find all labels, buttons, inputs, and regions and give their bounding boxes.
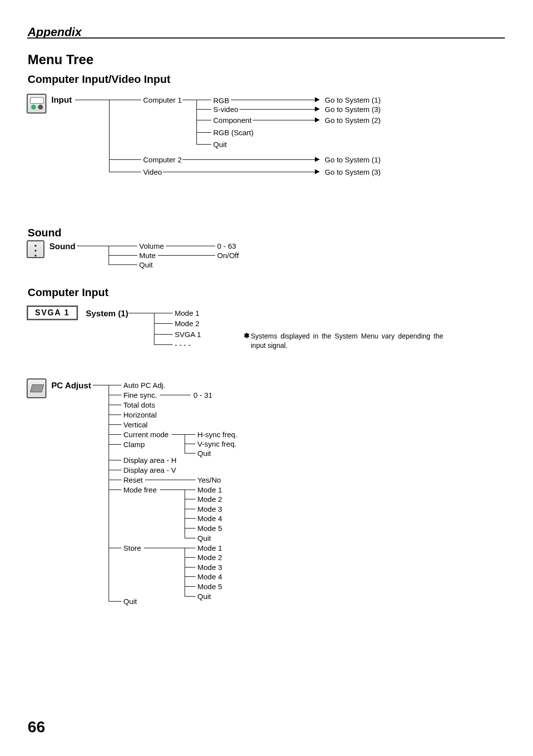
st-m3: Mode 3 bbox=[197, 563, 222, 571]
pca-clamp: Clamp bbox=[123, 440, 145, 449]
mf-m3: Mode 3 bbox=[197, 505, 222, 513]
conn bbox=[109, 385, 121, 385]
pca-reset: Reset bbox=[123, 476, 143, 484]
section-sound: Sound bbox=[28, 227, 61, 239]
conn bbox=[253, 120, 315, 120]
conn bbox=[185, 509, 195, 509]
conn bbox=[172, 434, 185, 435]
pca-quit: Quit bbox=[123, 597, 137, 605]
conn bbox=[185, 434, 195, 435]
arrow-icon bbox=[315, 157, 320, 162]
sys-mode2: Mode 2 bbox=[175, 319, 199, 328]
pca-yesno: Yes/No bbox=[197, 476, 221, 484]
sys-dashes: - - - - bbox=[175, 340, 190, 349]
conn bbox=[109, 460, 121, 460]
conn bbox=[196, 120, 211, 120]
conn bbox=[75, 100, 141, 100]
conn bbox=[109, 470, 121, 470]
conn bbox=[185, 528, 195, 529]
conn bbox=[109, 444, 121, 445]
svideo-label: S-video bbox=[213, 105, 238, 113]
conn bbox=[185, 548, 195, 548]
sys-svga1: SVGA 1 bbox=[175, 330, 201, 339]
conn bbox=[185, 444, 195, 444]
mf-quit: Quit bbox=[197, 534, 211, 542]
pca-vert: Vertical bbox=[123, 420, 148, 429]
conn bbox=[185, 490, 195, 490]
goto-3a: Go to System (3) bbox=[325, 105, 381, 113]
conn bbox=[160, 395, 190, 395]
conn bbox=[128, 313, 154, 313]
conn bbox=[160, 490, 185, 490]
mf-m4: Mode 4 bbox=[197, 514, 222, 523]
mf-m2: Mode 2 bbox=[197, 495, 222, 503]
page-title: Menu Tree bbox=[28, 52, 94, 68]
pca-total: Total dots bbox=[123, 401, 155, 409]
conn bbox=[185, 576, 195, 577]
conn bbox=[109, 415, 121, 415]
pca-current: Current mode bbox=[123, 430, 169, 439]
st-m5: Mode 5 bbox=[197, 582, 222, 591]
st-m1: Mode 1 bbox=[197, 544, 222, 552]
st-m4: Mode 4 bbox=[197, 572, 222, 581]
conn bbox=[109, 424, 121, 425]
conn bbox=[154, 323, 173, 324]
conn bbox=[166, 246, 215, 246]
conn bbox=[185, 567, 195, 567]
mf-m1: Mode 1 bbox=[197, 486, 222, 494]
video-label: Video bbox=[143, 168, 162, 176]
pca-finerange: 0 - 31 bbox=[193, 391, 212, 399]
conn bbox=[185, 596, 195, 597]
component-label: Component bbox=[213, 116, 252, 124]
pca-horiz: Horizontal bbox=[123, 411, 157, 419]
volume-range: 0 - 63 bbox=[217, 242, 236, 250]
conn bbox=[109, 480, 121, 480]
conn bbox=[154, 334, 173, 335]
conn bbox=[109, 172, 141, 172]
pc-adjust-icon bbox=[27, 378, 46, 398]
svga-box: SVGA 1 bbox=[27, 305, 78, 320]
conn bbox=[109, 385, 109, 601]
goto-1a: Go to System (1) bbox=[325, 96, 381, 104]
input-label: Input bbox=[51, 95, 72, 105]
note-text: Systems displayed in the System Menu var… bbox=[251, 332, 443, 350]
conn bbox=[154, 344, 173, 345]
conn bbox=[231, 100, 315, 100]
conn bbox=[109, 159, 141, 160]
mute-label: Mute bbox=[139, 251, 155, 260]
sys-mode1: Mode 1 bbox=[175, 309, 199, 317]
conn bbox=[163, 172, 315, 172]
section-computer-input: Computer Input bbox=[28, 286, 109, 299]
conn bbox=[185, 586, 195, 587]
conn bbox=[109, 405, 121, 405]
conn bbox=[154, 313, 154, 344]
input-icon bbox=[27, 94, 46, 113]
goto-1b: Go to System (1) bbox=[325, 155, 381, 164]
rule-under-appendix bbox=[27, 38, 505, 38]
conn bbox=[196, 132, 211, 133]
conn bbox=[109, 255, 137, 256]
pca-auto: Auto PC Adj. bbox=[123, 381, 165, 389]
conn bbox=[109, 265, 137, 265]
arrow-icon bbox=[315, 107, 320, 112]
conn bbox=[185, 557, 195, 558]
conn bbox=[109, 100, 110, 172]
conn bbox=[185, 453, 195, 454]
mute-onoff: On/Off bbox=[217, 251, 239, 260]
pcadjust-label: PC Adjust bbox=[51, 381, 91, 391]
st-quit: Quit bbox=[197, 592, 211, 601]
conn bbox=[185, 538, 195, 538]
conn bbox=[185, 518, 195, 519]
conn bbox=[109, 601, 121, 602]
conn bbox=[196, 100, 211, 100]
system-label: System (1) bbox=[86, 309, 128, 319]
conn bbox=[109, 490, 121, 490]
sound-icon bbox=[27, 240, 44, 258]
st-m2: Mode 2 bbox=[197, 553, 222, 562]
conn bbox=[196, 144, 211, 145]
mf-m5: Mode 5 bbox=[197, 524, 222, 532]
conn bbox=[77, 246, 109, 246]
conn bbox=[154, 313, 173, 313]
conn bbox=[196, 100, 197, 144]
conn bbox=[196, 109, 211, 110]
